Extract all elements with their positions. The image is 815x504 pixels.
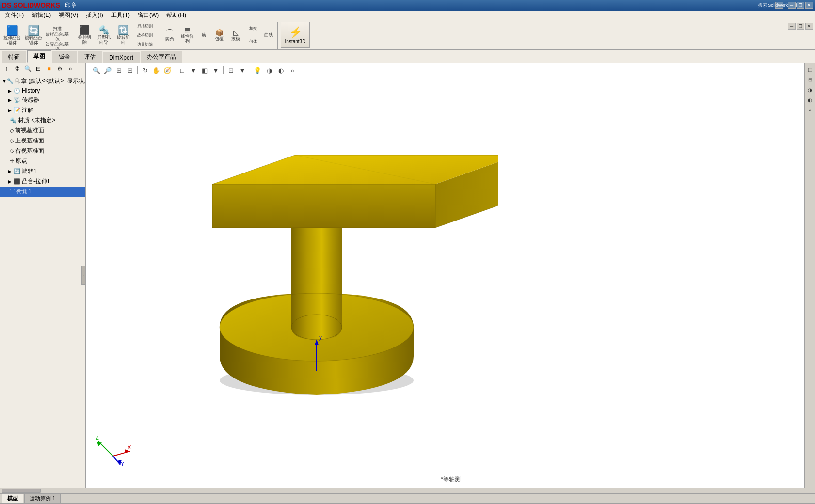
horizontal-scrollbar[interactable] [0, 488, 815, 493]
tree-history-label: History [22, 87, 40, 94]
revolve1-expander[interactable]: ▶ [8, 169, 14, 174]
tree-right-plane-label: 右视基准面 [15, 147, 44, 155]
panel-arrow-icon[interactable]: ↑ [1, 64, 11, 74]
panel-collapse-icon[interactable]: ⊟ [33, 64, 43, 74]
panel-resize-handle[interactable]: ‹ [81, 266, 85, 285]
section-dropdown[interactable]: ▼ [210, 65, 221, 76]
tree-item-top-plane[interactable]: ◇ 上视基准面 [0, 136, 85, 146]
svg-text:Y: Y [121, 461, 125, 466]
view-panel-btn-4[interactable]: ◐ [806, 95, 815, 104]
zoom-in-button[interactable]: 🔍 [91, 65, 102, 76]
close-button[interactable]: ✕ [805, 2, 813, 9]
tree-item-annotations[interactable]: ▶ 📝 注解 [0, 105, 85, 115]
instant3d-button[interactable]: ⚡ Instant3D [281, 22, 310, 48]
tab-sketch[interactable]: 草图 [27, 50, 51, 63]
main-area: ↑ ⚗ 🔍 ⊟ ■ ⚙ » ▼ 🔧 印章 (默认<<默认>_显示状态 1 ▶ 🕐… [0, 63, 815, 488]
menu-tools[interactable]: 工具(T) [107, 10, 134, 20]
more-display-button[interactable]: » [287, 65, 298, 76]
tree-item-right-plane[interactable]: ◇ 右视基准面 [0, 146, 85, 156]
draft-button[interactable]: ◺拔模 [228, 22, 243, 48]
wrap-button[interactable]: 📦包覆 [211, 22, 227, 48]
sensors-expander[interactable]: ▶ [8, 97, 14, 103]
ribbon-minimize-button[interactable]: ─ [788, 23, 796, 30]
loft-boss-button[interactable]: 放样凸台/基体边界凸台/基体 [45, 36, 70, 48]
rib-button[interactable]: 筋 [197, 22, 210, 48]
menu-insert[interactable]: 插入(I) [82, 10, 107, 20]
zoom-select-button[interactable]: ⊟ [125, 65, 135, 76]
menu-file[interactable]: 文件(F) [1, 10, 28, 20]
tree-item-history[interactable]: ▶ 🕐 History [0, 86, 85, 95]
fillet-button[interactable]: ⌒圆角 [162, 22, 177, 48]
extrude-cut-button[interactable]: ⬛ 拉伸切除 [75, 22, 94, 48]
zoom-out-button[interactable]: 🔎 [102, 65, 113, 76]
revolve-boss-button[interactable]: 🔄 旋转凸台/基体 [23, 22, 44, 48]
view-panel-btn-3[interactable]: ◑ [806, 85, 815, 94]
tab-evaluate[interactable]: 评估 [78, 51, 102, 63]
display-style-dropdown[interactable]: ▼ [188, 65, 199, 76]
ribbon-close-button[interactable]: ✕ [805, 23, 813, 30]
model-3d-view: y [135, 80, 498, 410]
curves-button[interactable]: 曲线 [262, 22, 275, 48]
shadows-button[interactable]: ◑ [264, 65, 274, 76]
intersect-button[interactable]: 相交 [244, 23, 262, 35]
tree-root-item[interactable]: ▼ 🔧 印章 (默认<<默认>_显示状态 1 [0, 76, 85, 86]
fillet1-icon: ⌒ [10, 188, 15, 195]
menu-help[interactable]: 帮助(H) [162, 10, 190, 20]
panel-filter-icon[interactable]: ⚗ [12, 64, 22, 74]
tree-item-front-plane[interactable]: ◇ 前视基准面 [0, 126, 85, 136]
panel-search-icon[interactable]: 🔍 [23, 64, 32, 74]
annotations-expander[interactable]: ▶ [8, 108, 14, 113]
menu-view[interactable]: 视图(V) [55, 10, 82, 20]
tab-office[interactable]: 办公室产品 [141, 51, 182, 63]
extrude-boss-button[interactable]: 🟦 拉伸凸台/基体 [2, 22, 22, 48]
view-panel-btn-2[interactable]: ⊟ [806, 75, 815, 84]
view-panel-btn-5[interactable]: » [806, 106, 815, 114]
rotate-view-button[interactable]: ↻ [140, 65, 150, 76]
revolve-cut-button[interactable]: 🔃 旋转切向 [114, 22, 132, 48]
root-expander[interactable]: ▼ [2, 79, 7, 84]
sweep-cut-button[interactable]: 扫描切割 [133, 22, 157, 31]
tab-sheet-metal[interactable]: 钣金 [52, 51, 77, 63]
tree-item-material[interactable]: 🔩 材质 <未指定> [0, 115, 85, 126]
tree-item-boss-extrude1[interactable]: ▶ ⬛ 凸台-拉伸1 [0, 176, 85, 187]
tab-dimxpert[interactable]: DimXpert [103, 52, 140, 63]
ribbon-tabs: 特征 草图 钣金 评估 DimXpert 办公室产品 [0, 50, 815, 63]
history-expander[interactable]: ▶ [8, 88, 14, 94]
view-orientation-button[interactable]: ⊡ [225, 65, 236, 76]
tab-motion-study[interactable]: 运动算例 1 [24, 493, 61, 504]
panel-more-icon[interactable]: » [65, 64, 75, 74]
view-orient-dropdown[interactable]: ▼ [237, 65, 248, 76]
panel-gear-icon[interactable]: ⚙ [55, 64, 64, 74]
viewport[interactable]: 🔍 🔎 ⊞ ⊟ ↻ ✋ 🧭 □ ▼ ◧ ▼ ⊡ ▼ 💡 ◑ [86, 63, 815, 488]
tree-item-sensors[interactable]: ▶ 📡 传感器 [0, 95, 85, 105]
svg-text:X: X [128, 444, 131, 450]
tab-features[interactable]: 特征 [2, 51, 26, 63]
tree-revolve1-label: 旋转1 [22, 167, 37, 175]
menu-edit[interactable]: 编辑(E) [28, 10, 55, 20]
realview-button[interactable]: 💡 [252, 65, 263, 76]
restore-button[interactable]: ❐ [797, 2, 804, 9]
minimize-button[interactable]: ─ [788, 2, 796, 9]
title-bar-title: 印章 [65, 1, 77, 10]
combine-button[interactable]: 何体 [244, 36, 262, 48]
pan-button[interactable]: ✋ [151, 65, 161, 76]
panel-color-icon[interactable]: ■ [44, 64, 54, 74]
loft-cut-button[interactable]: 故样切割 [133, 31, 157, 40]
zoom-fit-button[interactable]: ⊞ [113, 65, 124, 76]
boss-extrude1-expander[interactable]: ▶ [8, 179, 14, 184]
linear-pattern-button[interactable]: ▦线性阵列 [178, 22, 196, 48]
section-view-button[interactable]: ◧ [199, 65, 210, 76]
orient-button[interactable]: 🧭 [162, 65, 173, 76]
boundary-cut-button[interactable]: 边界切除 [133, 40, 157, 49]
annotations-icon: 📝 [14, 107, 20, 113]
display-style-button[interactable]: □ [177, 65, 188, 76]
ambient-button[interactable]: ◐ [275, 65, 286, 76]
tab-model[interactable]: 模型 [2, 493, 23, 504]
tree-item-revolve1[interactable]: ▶ 🔄 旋转1 [0, 166, 85, 176]
tree-item-origin[interactable]: ✛ 原点 [0, 156, 85, 166]
hole-wizard-button[interactable]: 🔩 异型孔向导 [95, 22, 113, 48]
menu-window[interactable]: 窗口(W) [134, 10, 162, 20]
ribbon-restore-button[interactable]: ❐ [797, 23, 804, 30]
tree-item-fillet1[interactable]: ⌒ 衔角1 [0, 187, 85, 197]
search-help-input[interactable]: 搜索 SolidWorks 帮助 [775, 2, 783, 9]
